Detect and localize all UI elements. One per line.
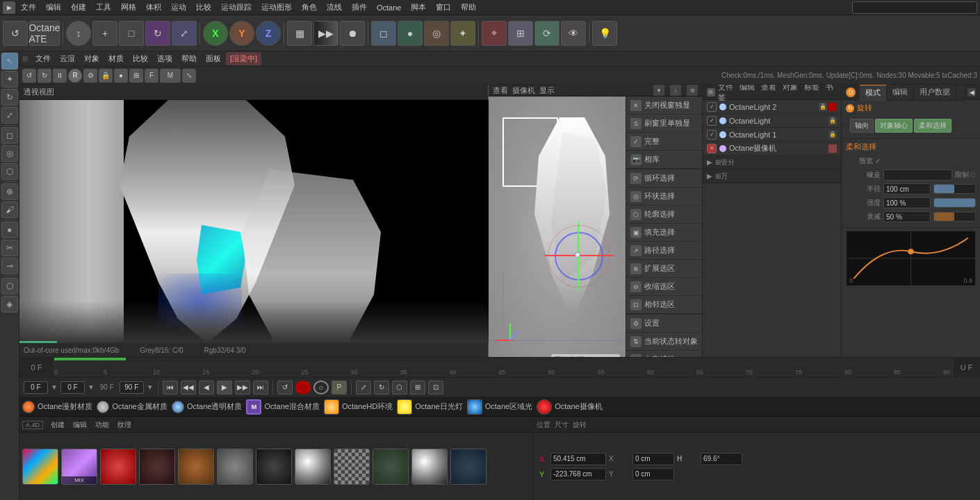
folder-section-1[interactable]: ▶ ⊞ 管分	[703, 156, 841, 169]
mat-10[interactable]	[373, 449, 409, 485]
bt-edit[interactable]: 编辑	[70, 419, 90, 431]
start-frame-input[interactable]: 0 F	[60, 381, 85, 394]
vis-icon-3[interactable]: ✓	[707, 130, 717, 140]
menu-options[interactable]: 选项	[153, 52, 177, 65]
vr-expand-btn[interactable]: ▼	[653, 85, 664, 96]
vr-tab-camera[interactable]: 摄像机	[512, 85, 535, 96]
object-center-btn[interactable]: 对象轴心	[875, 119, 913, 133]
app-icon[interactable]: ▶	[3, 1, 15, 14]
end-frame-input[interactable]: 90 F	[120, 381, 144, 394]
tab-user-data[interactable]: 用户数据	[914, 85, 956, 101]
search-input[interactable]	[852, 1, 977, 14]
mat-2[interactable]: MIX	[61, 449, 97, 485]
menu-compare-top[interactable]: 比较	[192, 1, 215, 14]
scale-btn[interactable]: ⤢	[172, 21, 197, 46]
settings-rp-btn[interactable]: ⚙ 设置	[626, 315, 702, 333]
align-btn[interactable]: 轴向	[850, 119, 874, 133]
menu-object[interactable]: 对象	[80, 52, 104, 65]
octane-emissive[interactable]: Octane漫射材质	[22, 401, 92, 413]
obj-lock-2[interactable]: 🔒	[828, 117, 837, 125]
falloff-slider[interactable]	[933, 212, 977, 222]
convert-state-btn[interactable]: ⇅ 当前状态转对象	[626, 333, 702, 351]
menu-panel[interactable]: 面板	[202, 52, 225, 65]
vis-icon-1[interactable]: ✓	[707, 102, 717, 112]
f-btn[interactable]: F	[145, 69, 158, 83]
menu-help[interactable]: 帮助	[177, 52, 201, 65]
cube-btn[interactable]: □	[119, 21, 144, 46]
move-tool[interactable]: ↕	[66, 21, 91, 46]
scene-obj-octanecam[interactable]: ✕ Octane摄像机	[703, 142, 841, 156]
menu-character-top[interactable]: 角色	[297, 1, 321, 14]
redo-sub-btn[interactable]: ↻	[38, 69, 51, 83]
menu-window-top[interactable]: 窗口	[432, 1, 455, 14]
box-btn[interactable]: ▦	[287, 21, 312, 46]
del-key-btn[interactable]: ⊡	[428, 381, 443, 394]
loop-select-btn[interactable]: ⟳ 循环选择	[626, 169, 702, 188]
move-tool-btn[interactable]: ✦	[1, 71, 18, 88]
menu-mograph-top[interactable]: 运动图形	[257, 1, 296, 14]
menu-compare[interactable]: 比较	[129, 52, 152, 65]
outline-select-btn[interactable]: ⬡ 轮廓选择	[626, 206, 702, 224]
eye-btn[interactable]: 👁	[561, 21, 586, 46]
all-key-btn[interactable]: ⊞	[410, 381, 425, 394]
radius-value[interactable]: 100 cm	[883, 183, 931, 194]
loop-btn-pb[interactable]: ↺	[277, 381, 293, 394]
cube2-btn[interactable]: ◻	[371, 21, 396, 46]
mat-12[interactable]	[450, 449, 487, 485]
vr-settings-btn[interactable]: ⚙	[687, 85, 698, 96]
play-back-btn[interactable]: ◀	[199, 381, 214, 394]
menu-motion-track-top[interactable]: 运动跟踪	[217, 1, 256, 14]
move-key-btn[interactable]: ⤢	[356, 381, 371, 394]
octane-camera[interactable]: Octane摄像机	[537, 399, 602, 415]
x-btn[interactable]: X	[203, 21, 228, 46]
nav-btn[interactable]: ⤡	[182, 69, 196, 83]
rotate-tool-btn[interactable]: ↻	[1, 89, 18, 106]
library-btn[interactable]: 📷 相库	[626, 151, 702, 169]
grid-btn[interactable]: ⊞	[508, 21, 533, 46]
box-select-btn[interactable]: ◻	[1, 127, 18, 144]
current-frame-input[interactable]: 0 F	[24, 381, 48, 394]
vr-tab-display[interactable]: 显示	[539, 85, 555, 96]
record-btn[interactable]: ⏺	[340, 21, 365, 46]
tab-mode[interactable]: 模式	[860, 85, 887, 101]
shrink-select-btn[interactable]: ⊖ 收缩选区	[626, 278, 702, 296]
x-pos-input[interactable]: 50.415 cm	[550, 453, 606, 465]
path-select-btn[interactable]: ↗ 路径选择	[626, 242, 702, 260]
panel-collapse-btn[interactable]: ◀	[967, 88, 976, 97]
jump-to-start-btn[interactable]: ⏮	[163, 381, 178, 394]
menu-create-top[interactable]: 创建	[67, 1, 90, 14]
mat-11[interactable]	[411, 449, 448, 485]
select-tool-btn[interactable]: ↖	[1, 53, 18, 69]
vr-close-btn[interactable]: ↕	[670, 85, 681, 96]
menu-motion-top[interactable]: 运动	[167, 1, 190, 14]
view-btn[interactable]: ⊞	[129, 69, 143, 83]
obj-color-btn-1[interactable]	[828, 103, 837, 111]
scale-key-btn[interactable]: ⬡	[392, 381, 407, 394]
undo-sub-btn[interactable]: ↺	[22, 69, 36, 83]
strength-slider[interactable]	[933, 198, 977, 208]
snap-rp-btn[interactable]: ⊕ 自定捕捉	[626, 351, 702, 357]
falloff-value[interactable]: 50 %	[883, 211, 931, 222]
menu-octane-top[interactable]: Octane	[373, 2, 405, 13]
poly-select-btn[interactable]: ⬡	[1, 163, 18, 180]
y-btn[interactable]: Y	[229, 21, 254, 46]
mat-1[interactable]	[22, 449, 58, 485]
tab-edit[interactable]: 编辑	[887, 85, 914, 101]
menu-material[interactable]: 材质	[104, 52, 128, 65]
lock-btn[interactable]: 🔒	[99, 69, 113, 83]
brush-btn[interactable]: 🖌	[1, 201, 18, 218]
settings-sub-btn[interactable]: ⚙	[83, 69, 97, 83]
menu-file[interactable]: 文件	[31, 52, 55, 65]
close-viewport-btn[interactable]: ✕ 关闭视窗独显	[626, 97, 702, 115]
soft-select-toggle-btn[interactable]: 柔和选择	[914, 119, 952, 133]
bt-texture[interactable]: 纹理	[114, 419, 135, 431]
snap-btn[interactable]: ◈	[1, 296, 18, 312]
live-select-btn[interactable]: ◎	[1, 145, 18, 162]
r-btn[interactable]: R	[68, 69, 82, 83]
obj-color-btn-4[interactable]	[828, 144, 837, 153]
bt-create[interactable]: 创建	[47, 419, 68, 431]
obj-lock-3[interactable]: 🔒	[828, 131, 837, 139]
light-btn[interactable]: 💡	[592, 21, 617, 46]
menu-volume-top[interactable]: 体积	[142, 1, 165, 14]
octane-mix[interactable]: M Octane混合材质	[246, 399, 319, 415]
